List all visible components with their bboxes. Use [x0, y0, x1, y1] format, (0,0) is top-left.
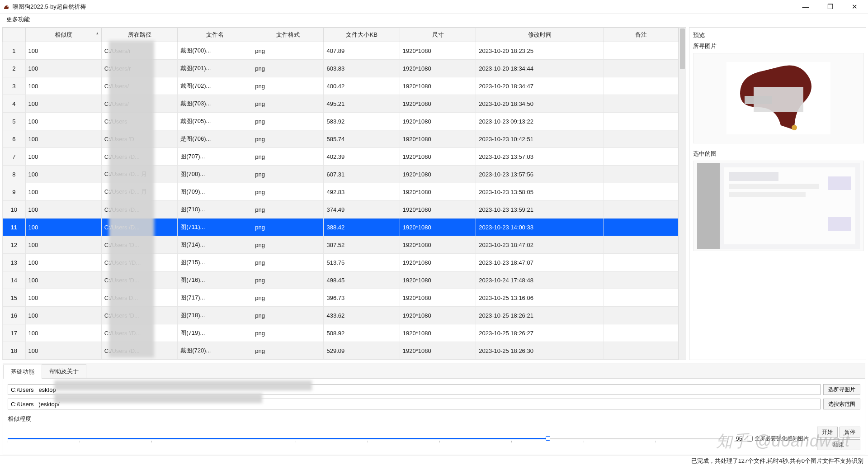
cell-mtime: 2023-10-20 18:34:44	[476, 60, 604, 77]
table-row[interactable]: 4100C:/Users/戴图(703)...png495.211920*108…	[3, 95, 679, 113]
tabs-bar: 基础功能 帮助及关于	[3, 363, 865, 379]
col-dims[interactable]: 尺寸	[400, 28, 476, 42]
row-source-path: 选所寻图片	[8, 384, 860, 395]
table-row[interactable]: 14100C:/Users 'D...图(716)...png498.45192…	[3, 271, 679, 289]
pick-scope-button[interactable]: 选搜索范围	[823, 399, 860, 409]
menu-more[interactable]: 更多功能	[3, 14, 33, 24]
cell-mtime: 2023-10-23 13:58:05	[476, 183, 604, 201]
tab-basic[interactable]: 基础功能	[3, 365, 42, 379]
cell-path: C:/Users/	[101, 95, 177, 113]
checkbox-input[interactable]	[747, 436, 753, 442]
pause-button[interactable]: 暂停	[840, 427, 860, 437]
cell-dims: 1920*1080	[400, 77, 476, 95]
cell-fmt: png	[252, 254, 324, 271]
cell-sim: 100	[25, 201, 101, 219]
table-row[interactable]: 7100C:/Users /D...图(707)...png402.391920…	[3, 148, 679, 166]
cell-path: C:/Users/r	[101, 42, 177, 60]
table-row[interactable]: 12100C:/Users 'D...图(714)...png387.52192…	[3, 236, 679, 254]
source-path-input[interactable]	[8, 384, 821, 395]
cell-fname: 图(710)...	[178, 201, 252, 219]
cell-mtime: 2023-10-23 14:00:33	[476, 219, 604, 236]
cell-dims: 1920*1080	[400, 95, 476, 113]
col-rownum[interactable]	[3, 28, 26, 42]
cell-fname: 戴图(720)...	[178, 342, 252, 360]
cell-sim: 100	[25, 183, 101, 201]
table-row[interactable]: 3100C:/Users/戴图(702)...png400.421920*108…	[3, 77, 679, 95]
cell-sim: 100	[25, 148, 101, 166]
cell-fmt: png	[252, 148, 324, 166]
table-row[interactable]: 8100C:/Users /D... 月图(708)...png607.3119…	[3, 166, 679, 183]
svg-point-0	[7, 6, 8, 7]
col-similarity[interactable]: 相似度	[25, 28, 101, 42]
col-format[interactable]: 文件格式	[252, 28, 324, 42]
cell-mtime: 2023-10-23 10:42:51	[476, 130, 604, 148]
cell-fname: 戴图(702)...	[178, 77, 252, 95]
table-row[interactable]: 10100C:/Users /D...图(710)...png374.49192…	[3, 201, 679, 219]
minimize-button[interactable]: —	[797, 2, 814, 12]
table-row[interactable]: 17100C:/Users '/D...图(719)...png508.9219…	[3, 324, 679, 342]
pick-image-button[interactable]: 选所寻图片	[823, 384, 860, 395]
cell-fname: 图(718)...	[178, 307, 252, 324]
similarity-value: 95	[732, 435, 742, 442]
cell-mtime: 2023-10-25 18:26:21	[476, 307, 604, 324]
close-button[interactable]: ✕	[846, 2, 863, 12]
cell-dims: 1920*1080	[400, 183, 476, 201]
cell-path: C:/Users/r	[101, 60, 177, 77]
table-row[interactable]: 5100C:/Users戴图(705)...png583.921920*1080…	[3, 113, 679, 130]
col-path[interactable]: 所在路径	[101, 28, 177, 42]
cell-size: 407.89	[324, 42, 400, 60]
table-row[interactable]: 2100C:/Users/r戴图(701)...png603.831920*10…	[3, 60, 679, 77]
table-row[interactable]: 1100C:/Users/r戴图(700)...png407.891920*10…	[3, 42, 679, 60]
cell-rownum: 6	[3, 130, 26, 148]
cell-fmt: png	[252, 95, 324, 113]
table-row[interactable]: 13100C:/Users '/D...图(715)...png513.7519…	[3, 254, 679, 271]
cell-mtime: 2023-10-23 13:57:56	[476, 166, 604, 183]
results-table[interactable]: 相似度 所在路径 文件名 文件格式 文件大小KB 尺寸 修改时间 备注 1100…	[2, 28, 679, 360]
table-row[interactable]: 11100C:/Users /D...图(711)...png388.42192…	[3, 219, 679, 236]
col-note[interactable]: 备注	[604, 28, 679, 42]
svg-point-4	[792, 125, 797, 130]
tab-help[interactable]: 帮助及关于	[42, 364, 86, 378]
end-button[interactable]: 结束	[817, 439, 860, 450]
table-row[interactable]: 9100C:/Users /D... 月图(709)...png492.8319…	[3, 183, 679, 201]
cell-rownum: 11	[3, 219, 26, 236]
scroll-thumb[interactable]	[680, 29, 685, 69]
maximize-button[interactable]: ❐	[822, 2, 838, 12]
table-row[interactable]: 15100C:/Users D...图(717)...png396.731920…	[3, 289, 679, 307]
cell-path: C:/Users 'D...	[101, 271, 177, 289]
start-button[interactable]: 开始	[817, 427, 838, 437]
cell-fmt: png	[252, 183, 324, 201]
table-row[interactable]: 6100C:/Users 'D是图(706)...png585.741920*1…	[3, 130, 679, 148]
cell-size: 388.42	[324, 219, 400, 236]
cell-dims: 1920*1080	[400, 307, 476, 324]
cell-dims: 1920*1080	[400, 60, 476, 77]
svg-rect-6	[697, 163, 720, 249]
svg-rect-8	[729, 172, 778, 181]
cell-size: 374.49	[324, 201, 400, 219]
col-size[interactable]: 文件大小KB	[324, 28, 400, 42]
vertical-scrollbar[interactable]	[679, 28, 686, 360]
cell-mtime: 2023-10-20 18:34:47	[476, 77, 604, 95]
cell-rownum: 1	[3, 42, 26, 60]
cell-sim: 100	[25, 42, 101, 60]
col-mtime[interactable]: 修改时间	[476, 28, 604, 42]
cell-size: 400.42	[324, 77, 400, 95]
similarity-slider[interactable]	[8, 434, 728, 442]
cell-fname: 戴图(705)...	[178, 113, 252, 130]
fullscreen-perception-checkbox[interactable]: 全屏必要强化感知图片	[747, 435, 809, 442]
cell-dims: 1920*1080	[400, 271, 476, 289]
cell-dims: 1920*1080	[400, 42, 476, 60]
source-image-label: 所寻图片	[693, 42, 863, 50]
cell-rownum: 12	[3, 236, 26, 254]
scope-path-input[interactable]	[8, 399, 821, 409]
cell-size: 495.21	[324, 95, 400, 113]
cell-note	[604, 166, 679, 183]
col-filename[interactable]: 文件名	[178, 28, 252, 42]
table-row[interactable]: 16100C:/Users 'D...图(718)...png433.62192…	[3, 307, 679, 324]
cell-dims: 1920*1080	[400, 148, 476, 166]
cell-note	[604, 289, 679, 307]
cell-note	[604, 130, 679, 148]
cell-mtime: 2023-10-25 18:26:30	[476, 342, 604, 360]
table-row[interactable]: 18100C:/Users /D...戴图(720)...png529.0919…	[3, 342, 679, 360]
cell-mtime: 2023-10-24 17:48:48	[476, 271, 604, 289]
